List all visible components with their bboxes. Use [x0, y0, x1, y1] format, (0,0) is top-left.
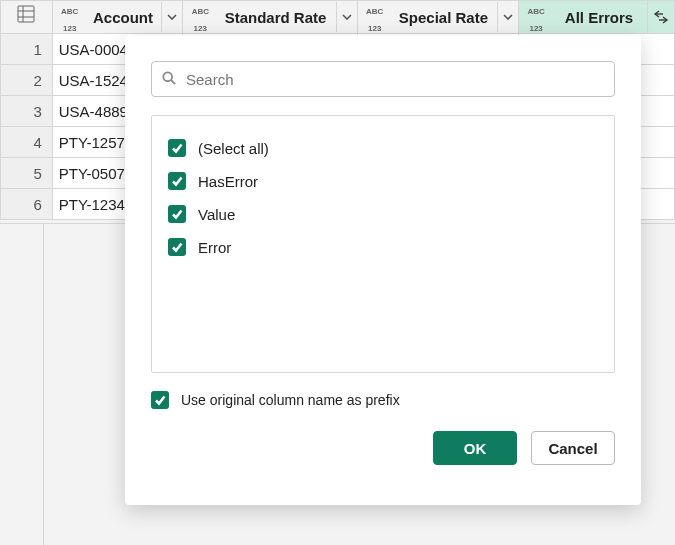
option-has-error[interactable]: HasError — [168, 166, 598, 196]
column-header-special-rate[interactable]: Special Rate — [390, 9, 497, 26]
column-filter-special-rate[interactable] — [497, 2, 518, 32]
checkbox-checked-icon — [168, 172, 186, 190]
search-icon — [162, 71, 184, 88]
row-number[interactable]: 4 — [1, 127, 53, 158]
any-type-icon[interactable]: ABC123 — [59, 6, 81, 28]
svg-line-7 — [171, 80, 175, 84]
svg-rect-0 — [18, 6, 34, 22]
option-label: (Select all) — [198, 140, 269, 157]
option-error[interactable]: Error — [168, 232, 598, 262]
expand-options-list: (Select all) HasError Value Error — [151, 115, 615, 373]
option-label: HasError — [198, 173, 258, 190]
any-type-icon[interactable]: ABC123 — [189, 6, 211, 28]
column-filter-standard-rate[interactable] — [336, 2, 357, 32]
svg-point-6 — [163, 72, 172, 81]
checkbox-checked-icon — [168, 139, 186, 157]
checkbox-checked-icon — [168, 205, 186, 223]
option-label: Value — [198, 206, 235, 223]
prefix-label: Use original column name as prefix — [181, 392, 400, 408]
checkbox-checked-icon — [168, 238, 186, 256]
row-number[interactable]: 5 — [1, 158, 53, 189]
row-number[interactable]: 6 — [1, 189, 53, 220]
row-number[interactable]: 3 — [1, 96, 53, 127]
column-header-account[interactable]: Account — [85, 9, 162, 26]
option-select-all[interactable]: (Select all) — [168, 133, 598, 163]
option-label: Error — [198, 239, 231, 256]
any-type-icon[interactable]: ABC123 — [364, 6, 386, 28]
search-field[interactable] — [151, 61, 615, 97]
search-input[interactable] — [184, 70, 604, 89]
ok-button[interactable]: OK — [433, 431, 517, 465]
row-number[interactable]: 2 — [1, 65, 53, 96]
expand-column-panel: (Select all) HasError Value Error Use or… — [125, 35, 641, 505]
use-original-prefix-toggle[interactable]: Use original column name as prefix — [151, 391, 615, 409]
checkbox-checked-icon — [151, 391, 169, 409]
option-value[interactable]: Value — [168, 199, 598, 229]
row-number[interactable]: 1 — [1, 34, 53, 65]
any-type-icon[interactable]: ABC123 — [525, 6, 547, 28]
column-header-all-errors[interactable]: All Errors — [551, 9, 647, 26]
expand-column-icon[interactable] — [648, 1, 674, 33]
column-filter-account[interactable] — [161, 2, 182, 32]
cancel-button[interactable]: Cancel — [531, 431, 615, 465]
column-header-standard-rate[interactable]: Standard Rate — [215, 9, 335, 26]
table-icon[interactable] — [14, 5, 38, 29]
